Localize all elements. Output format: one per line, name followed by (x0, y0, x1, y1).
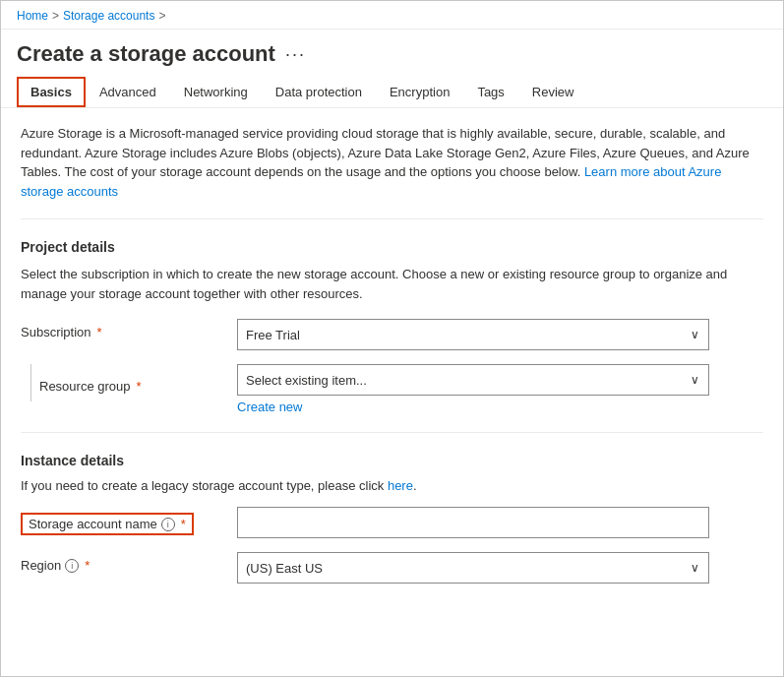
create-new-link[interactable]: Create new (237, 400, 302, 414)
subscription-label: Subscription * (21, 319, 237, 339)
storage-account-name-control (237, 507, 709, 538)
storage-account-name-label-container: Storage account name i * (21, 507, 237, 535)
project-details-title: Project details (21, 239, 763, 255)
storage-account-name-info-icon[interactable]: i (161, 518, 175, 531)
subscription-control: Free Trial (237, 319, 709, 350)
resource-group-select-wrapper: Select existing item... (237, 364, 709, 396)
tab-basics[interactable]: Basics (17, 77, 86, 107)
divider-2 (21, 432, 763, 433)
instance-desc-text: If you need to create a legacy storage a… (21, 478, 384, 493)
tab-tags[interactable]: Tags (463, 77, 517, 107)
tab-networking[interactable]: Networking (170, 77, 262, 107)
tab-advanced[interactable]: Advanced (86, 77, 170, 107)
page-header: Create a storage account ··· (1, 30, 783, 77)
main-content: Azure Storage is a Microsoft-managed ser… (1, 108, 783, 613)
subscription-row: Subscription * Free Trial (21, 319, 763, 350)
region-required: * (85, 558, 90, 573)
instance-desc: If you need to create a legacy storage a… (21, 478, 763, 493)
storage-name-label-box: Storage account name i * (21, 513, 194, 535)
region-select-wrapper: (US) East US (237, 552, 709, 584)
tab-data-protection[interactable]: Data protection (262, 77, 376, 107)
region-control: (US) East US (237, 552, 709, 584)
tab-review[interactable]: Review (518, 77, 588, 107)
legacy-link[interactable]: here (388, 478, 413, 493)
breadcrumb: Home > Storage accounts > (1, 1, 783, 30)
resource-group-select[interactable]: Select existing item... (237, 364, 709, 396)
subscription-select[interactable]: Free Trial (237, 319, 709, 350)
breadcrumb-storage-accounts[interactable]: Storage accounts (63, 9, 154, 23)
resource-group-row: Resource group * Select existing item...… (21, 364, 763, 414)
resource-group-label: Resource group * (39, 364, 142, 401)
region-select[interactable]: (US) East US (237, 552, 709, 584)
divider-1 (21, 218, 763, 219)
region-info-icon[interactable]: i (65, 559, 79, 573)
indent-line (30, 364, 31, 401)
project-details-desc: Select the subscription in which to crea… (21, 265, 763, 303)
tab-bar: Basics Advanced Networking Data protecti… (1, 77, 783, 108)
storage-account-name-row: Storage account name i * (21, 507, 763, 538)
subscription-select-wrapper: Free Trial (237, 319, 709, 350)
region-row: Region i * (US) East US (21, 552, 763, 584)
storage-account-name-input[interactable] (237, 507, 709, 538)
resource-group-required: * (137, 379, 142, 394)
storage-account-name-required: * (181, 517, 186, 531)
page-title: Create a storage account (17, 41, 275, 67)
instance-details-title: Instance details (21, 453, 763, 468)
intro-description: Azure Storage is a Microsoft-managed ser… (21, 124, 763, 201)
tab-encryption[interactable]: Encryption (376, 77, 463, 107)
breadcrumb-sep2: > (158, 9, 165, 23)
page-options-dots[interactable]: ··· (285, 44, 306, 65)
storage-account-name-label-text: Storage account name (29, 517, 157, 531)
breadcrumb-sep1: > (52, 9, 59, 23)
breadcrumb-home[interactable]: Home (17, 9, 48, 23)
subscription-required: * (97, 325, 102, 339)
resource-group-control: Select existing item... Create new (237, 364, 709, 414)
legacy-link-text: here (388, 478, 413, 493)
region-label: Region i * (21, 552, 237, 573)
